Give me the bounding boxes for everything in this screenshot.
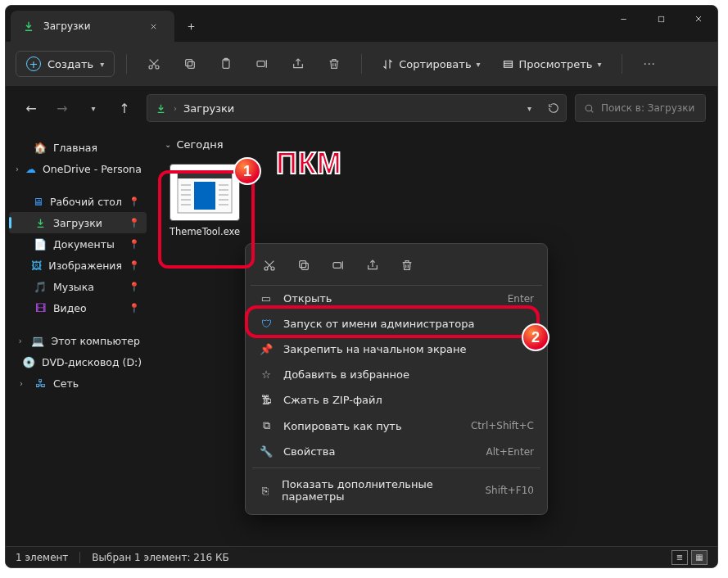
- ctx-copy-path[interactable]: ⧉ Копировать как путь Ctrl+Shift+C: [251, 413, 542, 439]
- ctx-zip[interactable]: 🗜 Сжать в ZIP-файл: [251, 387, 542, 413]
- ctx-open[interactable]: ▭ Открыть Enter: [251, 286, 542, 311]
- sort-button[interactable]: Сортировать ▾: [373, 53, 488, 75]
- view-label: Просмотреть: [519, 58, 593, 70]
- minimize-button[interactable]: [604, 6, 642, 32]
- status-bar: 1 элемент Выбран 1 элемент: 216 КБ ≣ ▦: [6, 546, 717, 567]
- ctx-separator: [252, 467, 540, 468]
- sidebar-item-label: Документы: [53, 238, 115, 251]
- sidebar-item-downloads[interactable]: Загрузки 📍: [9, 212, 147, 233]
- up-button[interactable]: ↑: [111, 94, 138, 122]
- tab-downloads[interactable]: Загрузки: [11, 11, 174, 42]
- refresh-button[interactable]: [548, 102, 559, 114]
- ctx-properties[interactable]: 🔧 Свойства Alt+Enter: [251, 439, 542, 464]
- star-icon: ☆: [259, 368, 274, 381]
- sidebar-item-pictures[interactable]: 🖼 Изображения 📍: [9, 255, 147, 276]
- svg-rect-0: [658, 16, 663, 21]
- sidebar-item-music[interactable]: 🎵 Музыка 📍: [9, 276, 147, 297]
- share-button[interactable]: [283, 50, 314, 78]
- ctx-cut-button[interactable]: [254, 252, 285, 278]
- sidebar-item-videos[interactable]: 🎞 Видео 📍: [9, 297, 147, 318]
- copy-button[interactable]: [174, 50, 206, 78]
- sidebar-item-network[interactable]: ›🖧 Сеть: [9, 373, 147, 394]
- sidebar-item-desktop[interactable]: 🖥 Рабочий стол 📍: [9, 191, 147, 212]
- search-input[interactable]: Поиск в: Загрузки: [575, 94, 706, 122]
- group-header-today[interactable]: ⌄ Сегодня: [165, 138, 703, 151]
- cloud-icon: ☁: [25, 162, 36, 175]
- chevron-down-icon: ▾: [100, 60, 104, 69]
- ctx-copy-button[interactable]: [288, 252, 319, 278]
- more-button[interactable]: ⋯: [634, 50, 665, 78]
- svg-point-1: [149, 65, 152, 69]
- toolbar-separator: [622, 54, 622, 74]
- new-button-label: Создать: [47, 58, 93, 70]
- sidebar-item-onedrive[interactable]: ›☁ OneDrive - Persona: [9, 158, 147, 179]
- svg-rect-4: [186, 60, 192, 66]
- icons-view-button[interactable]: ▦: [691, 550, 708, 565]
- pin-icon: 📌: [259, 343, 274, 355]
- pin-icon: 📍: [129, 303, 140, 314]
- svg-rect-27: [333, 263, 341, 269]
- window-controls: [604, 6, 717, 42]
- tab-label: Загрузки: [43, 20, 91, 32]
- close-window-button[interactable]: [680, 6, 717, 32]
- address-history-dropdown[interactable]: ▾: [527, 104, 531, 113]
- sidebar-item-this-pc[interactable]: ›💻 Этот компьютер: [9, 330, 147, 351]
- sidebar: 🏠 Главная ›☁ OneDrive - Persona 🖥 Рабочи…: [6, 130, 150, 546]
- open-icon: ▭: [259, 292, 274, 305]
- recent-dropdown[interactable]: ▾: [79, 94, 107, 122]
- sort-icon: [382, 58, 394, 70]
- paste-button[interactable]: [210, 50, 242, 78]
- view-button[interactable]: Просмотреть ▾: [494, 53, 610, 75]
- ctx-rename-button[interactable]: [323, 252, 354, 278]
- svg-point-2: [156, 65, 159, 69]
- svg-rect-3: [188, 61, 195, 68]
- network-icon: 🖧: [34, 377, 47, 390]
- zip-icon: 🗜: [259, 394, 274, 406]
- add-tab-button[interactable]: [174, 11, 207, 42]
- file-name-label: ThemeTool.exe: [170, 226, 240, 237]
- sidebar-item-documents[interactable]: 📄 Документы 📍: [9, 233, 147, 255]
- svg-point-24: [271, 267, 274, 270]
- toolbar: + Создать ▾ Сортировать ▾ Просмотреть ▾: [6, 42, 717, 86]
- rename-button[interactable]: [246, 50, 278, 78]
- forward-button[interactable]: →: [48, 94, 76, 122]
- sidebar-item-label: Сеть: [53, 377, 79, 390]
- downloads-icon: [34, 216, 47, 229]
- ctx-shortcut: Alt+Enter: [486, 446, 534, 458]
- sidebar-item-label: Загрузки: [53, 217, 102, 229]
- delete-button[interactable]: [319, 50, 350, 78]
- ctx-label: Показать дополнительные параметры: [282, 478, 475, 503]
- maximize-button[interactable]: [642, 6, 680, 32]
- ctx-share-button[interactable]: [357, 252, 388, 278]
- ctx-run-as-admin[interactable]: 🛡 Запуск от имени администратора: [251, 311, 542, 336]
- details-view-button[interactable]: ≣: [671, 550, 688, 565]
- cut-button[interactable]: [138, 50, 170, 78]
- sidebar-item-home[interactable]: 🏠 Главная: [9, 137, 147, 158]
- music-icon: 🎵: [34, 280, 47, 293]
- ctx-pin-start[interactable]: 📌 Закрепить на начальном экране: [251, 336, 542, 362]
- back-button[interactable]: ←: [17, 94, 45, 122]
- new-button[interactable]: + Создать ▾: [16, 51, 115, 77]
- pin-icon: 📍: [129, 218, 140, 228]
- chevron-right-icon: ›: [16, 379, 27, 388]
- close-tab-button[interactable]: [143, 16, 163, 36]
- ctx-shortcut: Enter: [508, 293, 534, 305]
- annotation-badge-1: 1: [233, 157, 261, 185]
- chevron-right-icon: ›: [16, 165, 19, 174]
- file-explorer-window: Загрузки + Создать ▾: [5, 5, 718, 568]
- ctx-favorite[interactable]: ☆ Добавить в избранное: [251, 362, 542, 387]
- ctx-label: Свойства: [283, 445, 336, 458]
- pictures-icon: 🖼: [31, 259, 42, 272]
- address-bar[interactable]: › Загрузки ▾: [147, 94, 567, 122]
- shield-icon: 🛡: [259, 318, 274, 330]
- ctx-delete-button[interactable]: [391, 252, 423, 278]
- ctx-show-more[interactable]: ⎘ Показать дополнительные параметры Shif…: [251, 472, 542, 509]
- videos-icon: 🎞: [34, 301, 47, 314]
- pc-icon: 💻: [31, 334, 44, 347]
- svg-rect-7: [257, 61, 265, 67]
- sidebar-item-dvd[interactable]: 💿 DVD-дисковод (D:): [9, 351, 147, 373]
- pin-icon: 📍: [129, 239, 140, 250]
- search-icon: [584, 103, 595, 114]
- svg-rect-26: [300, 261, 306, 268]
- breadcrumb-folder[interactable]: Загрузки: [183, 102, 234, 115]
